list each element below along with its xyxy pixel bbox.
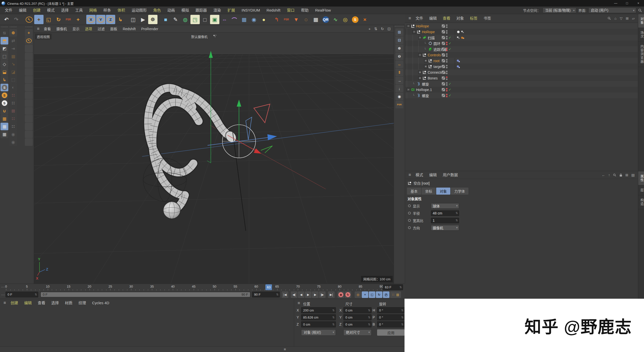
layer-square-icon[interactable] <box>442 53 445 57</box>
viewport-menu-ProRender[interactable]: ProRender <box>138 25 161 33</box>
am-menu-用户数据[interactable]: 用户数据 <box>440 171 461 179</box>
tag-orange-spheres-icon[interactable] <box>461 36 464 39</box>
material-menu-纹理[interactable]: 纹理 <box>75 299 89 307</box>
toolbar-signal-plugin[interactable]: S <box>350 15 360 24</box>
sidebar-make-editable[interactable]: ⧅ <box>1 29 8 37</box>
attribute-menu-icon[interactable]: ≡ <box>407 172 413 178</box>
object-row-Connectors[interactable]: +Connectors <box>405 69 638 75</box>
toolbar-scale[interactable]: ◱ <box>44 15 53 24</box>
visibility-dots[interactable] <box>446 71 448 74</box>
sidebar-sphere-disabled[interactable]: ◐ <box>9 84 17 91</box>
sidebar-interactive-workplane[interactable]: ▦ <box>1 130 8 138</box>
object-row-螺旋[interactable]: └螺旋✓ <box>405 81 638 87</box>
sidebar-no-axis-disabled[interactable]: ⊠ <box>9 107 17 115</box>
object-name[interactable]: HoRope.1 <box>416 88 432 92</box>
toolbar-grid-array[interactable]: ▦ <box>311 15 320 24</box>
object-manager-menu-icon[interactable]: ≡ <box>407 16 413 21</box>
visibility-dots[interactable] <box>446 24 448 28</box>
apply-button[interactable]: 应用 <box>377 329 405 336</box>
toolbar-mirror[interactable]: ⇔ <box>220 15 229 24</box>
toolbar-deformer[interactable]: ◍ <box>181 15 190 24</box>
toolbar-render-settings[interactable]: ☸ <box>148 15 157 24</box>
layer-square-icon[interactable] <box>442 24 445 28</box>
material-menu-Cycles 4D[interactable]: Cycles 4D <box>89 299 112 307</box>
object-row-HoRope.1[interactable]: −HoRope.1✓ <box>405 87 638 93</box>
coord-field-尺寸-X[interactable]: 0 cm <box>343 307 372 313</box>
sidebar-quantize-disabled[interactable]: ▩ <box>9 53 17 60</box>
field-input[interactable]: 1 <box>431 218 459 223</box>
toolbar-drop-to-floor[interactable]: ▼ <box>292 15 301 24</box>
toolbar-render-view[interactable]: ◫ <box>129 15 138 24</box>
am-menu-模式[interactable]: 模式 <box>413 171 426 179</box>
om-menu-标签[interactable]: 标签 <box>467 15 480 22</box>
dock-tab-层[interactable]: 层 <box>638 185 644 195</box>
sidebar-polygons-mode[interactable]: ⬓ <box>1 68 8 76</box>
material-menu-选择[interactable]: 选择 <box>48 299 62 307</box>
toolbar-array-cubes[interactable]: ▣ <box>210 15 219 24</box>
anim-dot-icon[interactable] <box>408 226 411 229</box>
toolbar-psr-transfer[interactable]: PSR <box>282 15 291 24</box>
sidebar-axis-mode[interactable]: ↳ <box>1 76 8 83</box>
am-lock-icon[interactable] <box>619 173 622 177</box>
object-name[interactable]: 圆环 <box>433 41 440 46</box>
menu-编辑[interactable]: 编辑 <box>16 7 30 14</box>
node-palette-psr-node[interactable]: PSR <box>395 101 403 108</box>
toolbar-last-tool-psr[interactable]: PSR <box>64 15 73 24</box>
object-name[interactable]: 螺旋 <box>422 81 429 86</box>
toolbar-render-picture-viewer[interactable]: ▶ <box>138 15 148 24</box>
sidebar-texture-mode[interactable]: ◩ <box>1 45 8 52</box>
search-icon[interactable] <box>638 9 642 12</box>
node-palette-spread-vertical[interactable]: ⇕ <box>395 69 403 76</box>
sidebar-workplane-snap[interactable]: S <box>1 99 8 107</box>
coord-field-位置-X[interactable]: 200 cm <box>301 307 336 313</box>
transport-next-frame[interactable]: ▶ <box>312 291 318 298</box>
object-row-螺旋[interactable]: └螺旋✓ <box>405 93 638 98</box>
object-row-target[interactable]: +target <box>405 64 638 69</box>
object-row-Bones[interactable]: +Bones <box>405 75 638 81</box>
sidebar-edges-mode[interactable]: ◇ <box>1 60 8 68</box>
om-tag-icon[interactable]: ▱ <box>632 16 635 20</box>
visibility-dots[interactable] <box>446 36 448 39</box>
node-palette-hierarchy-nodes[interactable]: ⊞ <box>395 28 403 36</box>
om-menu-编辑[interactable]: 编辑 <box>426 15 440 22</box>
om-home-icon[interactable]: ⌂ <box>614 16 616 20</box>
palette-handle[interactable] <box>1 27 8 28</box>
dock-tab-属性[interactable]: 属性 <box>638 171 644 185</box>
material-menu-创建[interactable]: 创建 <box>8 299 21 307</box>
om-menu-对象[interactable]: 对象 <box>453 15 467 22</box>
viewport-menu-选项[interactable]: 选项 <box>82 25 95 33</box>
object-name[interactable]: 扫描 <box>428 35 435 40</box>
sidebar-magnet[interactable]: ∪ <box>1 107 8 115</box>
toolbar-cage[interactable]: ◻ <box>200 15 210 24</box>
sidebar-dots-eye-disabled-1[interactable]: ◉ <box>9 130 17 138</box>
object-name[interactable]: HoRope <box>422 30 435 34</box>
object-name[interactable]: HoRope <box>416 24 429 28</box>
sidebar-dots-disabled-2[interactable]: ∷ <box>9 99 17 107</box>
expander-icon[interactable]: + <box>424 65 427 68</box>
sidebar-dots-gear-disabled[interactable]: ∷ <box>9 115 17 122</box>
viewport-menu-显示[interactable]: 显示 <box>70 25 82 33</box>
node-palette-add-node[interactable]: ⊕ <box>395 45 403 52</box>
menu-INSYDIUM[interactable]: INSYDIUM <box>238 7 263 14</box>
transport-autokeying[interactable]: ↻ <box>345 291 351 298</box>
viewport-menu-摄像机[interactable]: 摄像机 <box>54 25 70 33</box>
toolbar-rope-plugin[interactable]: ∿ <box>331 15 340 24</box>
toggle-record-position[interactable]: + <box>362 291 368 298</box>
palette-handle[interactable] <box>1 287 5 288</box>
sphere-object[interactable] <box>163 202 180 219</box>
layer-square-icon[interactable] <box>442 82 445 85</box>
toolbar-move-alt[interactable]: + <box>73 15 83 24</box>
visibility-dots[interactable] <box>446 82 448 86</box>
toolbar-rotate[interactable]: ↻ <box>54 15 63 24</box>
attr-tab-力学体[interactable]: 力学体 <box>451 188 468 195</box>
menu-体积[interactable]: 体积 <box>114 7 128 14</box>
palette-handle[interactable] <box>395 26 404 27</box>
coord-field-尺寸-Y[interactable]: 0 cm <box>343 314 372 320</box>
toolbar-lock-z[interactable]: Z <box>106 15 115 24</box>
toolbar-xpresso[interactable]: ↰ <box>272 15 281 24</box>
om-menu-查看[interactable]: 查看 <box>440 15 453 22</box>
toolbar-floor[interactable]: ▦ <box>239 15 249 24</box>
toolbar-bend[interactable]: ⌒ <box>230 15 239 24</box>
viewport-menu-icon[interactable]: ≡ <box>35 26 41 31</box>
sidebar-dots-down-disabled[interactable]: ∷ <box>9 123 17 130</box>
